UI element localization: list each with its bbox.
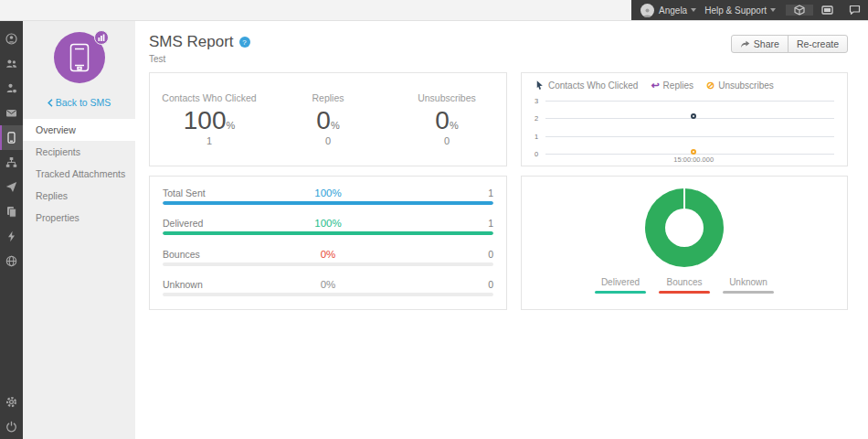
scatter-chart: 3 2 1 0 15:00:00.000	[545, 101, 834, 154]
monitor-icon	[821, 5, 833, 16]
nav-automations[interactable]	[0, 150, 23, 175]
top-bar: Angela Help & Support	[0, 0, 868, 21]
user-name: Angela	[659, 5, 687, 16]
progress-count: 1	[342, 187, 493, 198]
stats-panel: Contacts Who Clicked 100% 1 Replies 0% 0…	[149, 72, 507, 166]
legend-replies[interactable]: ↩ Replies	[651, 80, 693, 91]
page-title: SMS Report	[149, 33, 234, 51]
nav-campaigns[interactable]	[0, 101, 23, 125]
progress-count: 0	[335, 279, 493, 290]
nav-user-circle[interactable]	[0, 27, 23, 51]
user-menu[interactable]: Angela	[640, 4, 704, 17]
nav-contacts[interactable]	[0, 51, 23, 76]
back-to-sms-link[interactable]: Back to SMS	[23, 97, 135, 108]
progress-track	[163, 293, 493, 296]
chat-button[interactable]	[841, 5, 868, 16]
gear-icon	[5, 396, 17, 408]
stat-label: Unsubscribes	[387, 92, 506, 103]
campaign-avatar	[54, 32, 105, 83]
nav-actions[interactable]	[0, 224, 23, 249]
contacts-icon	[5, 58, 17, 70]
sidebar-item-properties[interactable]: Properties	[23, 207, 135, 229]
nav-logout[interactable]	[0, 414, 23, 439]
legend-bounces[interactable]: Bounces	[659, 277, 710, 294]
help-support-menu[interactable]: Help & Support	[704, 5, 784, 16]
envelope-icon	[5, 107, 17, 119]
help-icon[interactable]	[239, 37, 250, 48]
gridline: 2	[545, 118, 834, 119]
nav-site[interactable]	[0, 249, 23, 273]
progress-percent: 0%	[321, 249, 336, 260]
progress-row-delivered: Delivered 100% 1	[163, 218, 493, 235]
stat-percent: 0%	[387, 108, 506, 134]
stat-percent: 100%	[150, 108, 269, 134]
globe-icon	[5, 255, 17, 267]
progress-label: Unknown	[163, 279, 321, 290]
stat-label: Contacts Who Clicked	[150, 92, 269, 103]
back-to-sms-label: Back to SMS	[56, 97, 111, 108]
legend-delivered[interactable]: Delivered	[595, 277, 646, 294]
stat-count: 0	[269, 135, 387, 146]
sidebar-item-replies[interactable]: Replies	[23, 185, 135, 207]
nav-forms[interactable]	[0, 199, 23, 224]
documents-icon	[5, 206, 17, 218]
delivery-bars-panel: Total Sent 100% 1 Delivered 100% 1	[149, 176, 507, 310]
sitemap-icon	[5, 156, 17, 168]
legend-swatch	[659, 291, 710, 294]
stat-label: Replies	[269, 92, 387, 103]
report-grid: Contacts Who Clicked 100% 1 Replies 0% 0…	[149, 72, 848, 310]
progress-row-bounces: Bounces 0% 0	[163, 249, 493, 266]
cursor-click-icon	[535, 80, 545, 91]
mobile-phone-icon	[5, 132, 17, 144]
top-bar-right: Angela Help & Support	[631, 0, 868, 20]
progress-track	[163, 262, 493, 266]
bar-chart-icon	[98, 34, 105, 41]
stat-contacts-who-clicked: Contacts Who Clicked 100% 1	[150, 92, 269, 146]
progress-row-total-sent: Total Sent 100% 1	[163, 187, 493, 205]
legend-unknown[interactable]: Unknown	[723, 277, 774, 294]
sidebar-item-recipients[interactable]: Recipients	[23, 141, 135, 163]
progress-percent: 100%	[314, 187, 341, 198]
chat-bubble-icon	[849, 5, 861, 16]
donut-chart	[645, 188, 724, 267]
legend-contacts-who-clicked[interactable]: Contacts Who Clicked	[535, 80, 638, 91]
gridline: 3	[545, 101, 834, 102]
display-button[interactable]	[813, 5, 841, 16]
reply-arrow-icon: ↩	[651, 80, 659, 91]
stat-replies: Replies 0% 0	[269, 92, 387, 146]
caret-down-icon	[770, 8, 776, 12]
power-icon	[5, 421, 17, 433]
progress-row-unknown: Unknown 0% 0	[163, 279, 493, 296]
donut-hole	[665, 209, 704, 247]
progress-percent: 100%	[314, 218, 341, 229]
activity-chart-panel: Contacts Who Clicked ↩ Replies ⊘ Unsubsc…	[521, 72, 848, 166]
gridline: 1	[545, 136, 834, 137]
primary-nav-rail	[0, 21, 23, 439]
legend-swatch	[723, 291, 774, 294]
sidebar-item-tracked-attachments[interactable]: Tracked Attachments	[23, 163, 135, 185]
avatar	[640, 4, 654, 17]
stat-unsubscribes: Unsubscribes 0% 0	[387, 92, 506, 146]
page-header: SMS Report Test Share Re-create	[149, 33, 848, 64]
nav-send[interactable]	[0, 175, 23, 199]
campaign-name: Test	[149, 54, 250, 64]
paper-plane-icon	[5, 181, 17, 193]
chevron-left-icon	[48, 99, 53, 107]
progress-label: Total Sent	[163, 187, 314, 198]
progress-track	[163, 231, 493, 235]
recreate-button[interactable]: Re-create	[788, 35, 848, 53]
apps-cube-button[interactable]	[786, 5, 813, 16]
share-button[interactable]: Share	[731, 35, 789, 53]
progress-label: Bounces	[163, 249, 321, 260]
campaign-sidebar: Back to SMS Overview Recipients Tracked …	[23, 21, 135, 439]
help-support-label: Help & Support	[704, 5, 767, 16]
stat-count: 0	[387, 135, 506, 146]
x-axis-tick-label: 15:00:00.000	[673, 155, 714, 164]
donut-legend: Delivered Bounces Unknown	[522, 277, 847, 294]
nav-settings[interactable]	[0, 390, 23, 414]
nav-sms[interactable]	[0, 125, 23, 150]
progress-count: 0	[335, 249, 493, 260]
sidebar-item-overview[interactable]: Overview	[23, 119, 135, 141]
nav-deals[interactable]	[0, 76, 23, 101]
legend-unsubscribes[interactable]: ⊘ Unsubscribes	[706, 80, 774, 91]
